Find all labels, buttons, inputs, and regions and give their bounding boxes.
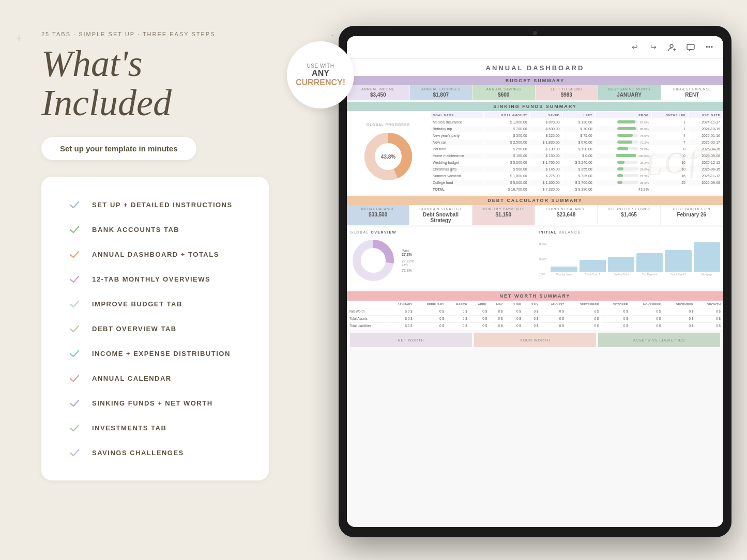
checklist-label-monthly: 12-TAB MONTHLY OVERVIEWS xyxy=(92,275,210,283)
checklist-label-bank: BANK ACCOUNTS TAB xyxy=(92,226,179,234)
sinking-fund-row: New year's party $ 300.00 $ 225.00 $ 75.… xyxy=(431,133,722,138)
sinking-fund-total-row: TOTAL$ 16,700.00$ 7,320.00$ 9,380.0043.8… xyxy=(431,186,722,192)
debt-cell-4: TOT. INTEREST OWED$1,465 xyxy=(598,205,660,225)
sinking-fund-row: Home maintenance $ 150.00 $ 150.00 $ 0.0… xyxy=(431,153,722,159)
debt-calculator-header: DEBT CALCULATOR SUMMARY xyxy=(347,196,723,205)
svg-rect-1 xyxy=(687,44,694,50)
comment-icon[interactable] xyxy=(685,42,696,53)
checklist-item-setup: SET UP + DETAILED INSTRUCTIONS xyxy=(67,192,248,217)
check-icon-annual xyxy=(67,247,82,261)
debt-cell-2: MONTHLY PAYMENTS$1,150 xyxy=(472,205,535,225)
checklist-label-sinking: SINKING FUNDS + NET WORTH xyxy=(92,399,213,407)
budget-summary-header: BUDGET SUMMARY xyxy=(347,76,723,85)
sinking-fund-row: Medical insurance $ 1,000.00 $ 870.00 $ … xyxy=(431,119,722,125)
global-overview-chart: GLOBAL OVERVIEW Paid 27.3% 27. xyxy=(347,227,535,289)
check-icon-setup xyxy=(67,197,82,212)
sinking-fund-row: College fund $ 5,000.00 $ 1,300.00 $ 3,7… xyxy=(431,180,722,185)
nw-data-row: Total Assets$ 0 $0 $0 $0 $0 $0 $0 $0 $0 … xyxy=(348,315,722,321)
subtitle-bar: 25 TABS · SIMPLE SET UP · THREE EASY STE… xyxy=(41,31,269,37)
svg-point-7 xyxy=(363,250,384,271)
sinking-funds-table: GOAL NAME GOAL AMOUNT SAVED LEFT PROG ON… xyxy=(430,111,723,194)
checklist-label-setup: SET UP + DETAILED INSTRUCTIONS xyxy=(92,201,233,209)
budget-cell-biggest-expense: BIGGEST EXPENSERENT xyxy=(661,85,724,100)
check-icon-debt xyxy=(67,321,82,336)
bottom-bar: NET WORTH YOUR WORTH ASSETS VS LIABILITI… xyxy=(347,330,723,350)
left-panel: 25 TABS · SIMPLE SET UP · THREE EASY STE… xyxy=(0,0,300,560)
checklist-item-improve: IMPROVE BUDGET TAB xyxy=(67,291,248,316)
debt-calculator-section: DEBT CALCULATOR SUMMARY INITIAL BALANCE$… xyxy=(347,196,723,225)
check-icon-monthly xyxy=(67,272,82,286)
budget-cell-annual-savings: ANNUAL SAVINGS$600 xyxy=(472,85,536,100)
checklist-card: SET UP + DETAILED INSTRUCTIONS BANK ACCO… xyxy=(41,177,269,480)
undo-icon[interactable]: ↩ xyxy=(629,42,641,53)
budget-cell-annual-income: ANNUAL INCOME$3,450 xyxy=(347,85,410,100)
sinking-funds-section: SINKING FUNDS SUMMARY GLOBAL PROGRESS 43 xyxy=(347,102,723,194)
sinking-funds-chart: GLOBAL PROGRESS 43.8% xyxy=(347,111,430,194)
check-icon-investments xyxy=(67,421,82,435)
checklist-item-debt: DEBT OVERVIEW TAB xyxy=(67,316,248,341)
debt-cell-1: CHOOSEN STRATEGYDebt Snowball Strategy xyxy=(409,205,472,225)
checklist-item-monthly: 12-TAB MONTHLY OVERVIEWS xyxy=(67,267,248,291)
add-user-icon[interactable] xyxy=(666,42,678,53)
tablet-frame: ↩ ↪ ••• ANNUAL DASHBOARD BUDGET SUMMARY xyxy=(339,26,731,537)
initial-balance-chart: INITIAL BALANCE 15,000 10,000 5,000 Payd… xyxy=(536,227,723,289)
check-icon-calendar xyxy=(67,371,82,385)
bar-car-payment: Car Payment xyxy=(636,242,663,276)
debt-cells-row: INITIAL BALANCE$33,500CHOOSEN STRATEGYDe… xyxy=(347,205,723,225)
checklist-item-savings: SAVINGS CHALLENGES xyxy=(67,440,248,465)
checklist-label-investments: INVESTMENTS TAB xyxy=(92,424,166,432)
budget-cell-left-to-spend: LEFT TO SPEND$983 xyxy=(536,85,599,100)
bar-payday-loan: Payday Loan xyxy=(551,242,577,276)
bar-credit-card-2: Credit Card 2 xyxy=(665,242,691,276)
check-icon-savings xyxy=(67,445,82,460)
more-options-icon[interactable]: ••• xyxy=(704,42,715,53)
net-worth-section: NET WORTH SUMMARY JANUARYFEBRUARYMARCHAP… xyxy=(347,291,723,330)
checklist-item-calendar: ANNUAL CALENDAR xyxy=(67,366,248,391)
debt-cell-3: CURRENT BALANCE$23,648 xyxy=(535,205,598,225)
checklist-item-sinking: SINKING FUNDS + NET WORTH xyxy=(67,391,248,415)
checklist-item-bank: BANK ACCOUNTS TAB xyxy=(67,217,248,242)
camera-dot xyxy=(533,31,537,35)
net-worth-header: NET WORTH SUMMARY xyxy=(347,291,723,301)
debt-row: INITIAL BALANCE$33,500CHOOSEN STRATEGYDe… xyxy=(347,205,723,225)
sinking-fund-row: New car $ 2,500.00 $ 1,830.00 $ 670.00 7… xyxy=(431,139,722,145)
checklist-item-income: INCOME + EXPENSE DISTRIBUTION xyxy=(67,341,248,366)
sinking-fund-row: Pet fund $ 250.00 $ 130.00 $ 120.00 52.0… xyxy=(431,146,722,152)
checklist-label-calendar: ANNUAL CALENDAR xyxy=(92,375,172,382)
sinking-fund-row: Christmas gifts $ 500.00 $ 145.00 $ 355.… xyxy=(431,166,722,172)
spreadsheet-content: ANNUAL DASHBOARD BUDGET SUMMARY ANNUAL I… xyxy=(347,59,723,527)
bar-mortgage: Mortgage xyxy=(694,242,720,276)
global-overview-donut xyxy=(350,237,397,284)
checklist-label-annual: ANNUAL DASHBOARD + TOTALS xyxy=(92,251,219,258)
sinking-donut-chart: 43.8% xyxy=(362,131,414,182)
checklist-label-income: INCOME + EXPENSE DISTRIBUTION xyxy=(92,350,231,357)
nw-header-row: JANUARYFEBRUARYMARCHAPRILMAYJUNEJULYAUGU… xyxy=(348,302,722,307)
debt-cell-5: DEBT PAID OFF ONFebruary 26 xyxy=(661,205,723,225)
debt-cell-0: INITIAL BALANCE$33,500 xyxy=(347,205,409,225)
checklist-label-debt: DEBT OVERVIEW TAB xyxy=(92,325,177,333)
nw-data-row: Total Liabilities$ 0 $0 $0 $0 $0 $0 $0 $… xyxy=(348,322,722,329)
sinking-funds-content: GLOBAL PROGRESS 43.8% xyxy=(347,111,723,194)
nw-data-row: Net Worth$ 0 $0 $0 $0 $0 $0 $0 $0 $0 $0 … xyxy=(348,308,722,314)
check-icon-sinking xyxy=(67,396,82,410)
budget-summary-section: BUDGET SUMMARY ANNUAL INCOME$3,450ANNUAL… xyxy=(347,76,723,100)
bar-student-debt: Student Debt xyxy=(608,242,634,276)
checklist-label-improve: IMPROVE BUDGET TAB xyxy=(92,300,182,308)
sinking-fund-row: Summer vacation $ 1,000.00 $ 275.00 $ 72… xyxy=(431,173,722,179)
check-icon-improve xyxy=(67,297,82,311)
sinking-fund-row: Wedding budget $ 5,000.00 $ 1,760.00 $ 3… xyxy=(431,160,722,165)
currency-bubble: USE WITH ANY CURRENCY! xyxy=(287,41,354,108)
budget-cell-best-saving-month: BEST SAVING MONTHJANUARY xyxy=(598,85,661,100)
checklist-label-savings: SAVINGS CHALLENGES xyxy=(92,449,184,457)
setup-pill: Set up your template in minutes xyxy=(41,137,196,160)
bar-chart: 15,000 10,000 5,000 Payday LoanCredit Ca… xyxy=(539,237,720,276)
redo-icon[interactable]: ↪ xyxy=(648,42,659,53)
checklist-item-annual: ANNUAL DASHBOARD + TOTALS xyxy=(67,242,248,267)
dashboard-title: ANNUAL DASHBOARD xyxy=(347,59,723,76)
svg-point-0 xyxy=(670,44,673,48)
check-icon-bank xyxy=(67,222,82,237)
tablet-toolbar: ↩ ↪ ••• xyxy=(347,36,723,59)
budget-cell-annual-expenses: ANNUAL EXPENSES$1,807 xyxy=(410,85,473,100)
checklist-item-investments: INVESTMENTS TAB xyxy=(67,415,248,440)
main-title: What's Included xyxy=(41,44,269,122)
